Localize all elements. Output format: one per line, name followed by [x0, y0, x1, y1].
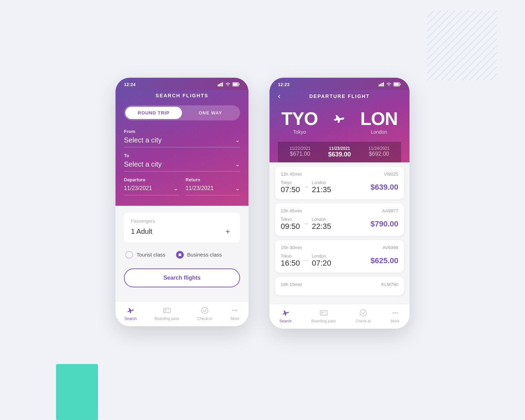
svg-point-14 — [232, 310, 234, 311]
return-value: 11/23/2021 — [186, 185, 214, 191]
plane-icon — [333, 113, 345, 126]
more-dots-icon-2 — [391, 308, 400, 317]
flight-card-bottom-0: Tokyo 07:50 → London 21:35 $639.00 — [281, 180, 398, 194]
departure-chevron-icon: ⌄ — [173, 184, 178, 192]
date-item-1[interactable]: 11/23/2021 $639.00 — [328, 146, 351, 158]
to-label: To — [124, 153, 240, 158]
svg-rect-11 — [164, 309, 167, 310]
destination-code: LON — [360, 108, 398, 129]
date-strip[interactable]: 11/22/2021 $671.00 11/23/2021 $639.00 11… — [278, 142, 401, 162]
nav-more-2[interactable]: More — [391, 308, 400, 323]
nav-boarding-1[interactable]: Boarding pass — [155, 306, 179, 321]
departure-select[interactable]: 11/23/2021 ⌄ — [124, 184, 178, 195]
nav-checkin-1[interactable]: Check-in — [197, 306, 212, 321]
nav-more-1[interactable]: More — [230, 306, 239, 321]
flight-card-3[interactable]: 18h 10min KLM790 — [275, 277, 404, 295]
to-select[interactable]: Select a city ⌄ — [124, 160, 240, 172]
from-time-1: 09:50 — [281, 222, 300, 231]
from-time-2: 16:50 — [281, 259, 300, 268]
nav-boarding-2[interactable]: Boarding pass — [311, 308, 336, 323]
flights-header: ‹ DEPARTURE FLIGHT TYO Tokyo LON London — [270, 90, 410, 162]
status-bar-1: 12:24 — [115, 78, 248, 90]
flight-card-1[interactable]: 13h 45min AA9877 Tokvo 09:50 → London 22… — [275, 203, 404, 236]
return-field: Return 11/23/2021 ⌄ — [186, 177, 240, 195]
to-city-1: London — [312, 217, 331, 222]
nav-boarding-label-2: Boarding pass — [311, 319, 336, 323]
flight-price-0: $639.00 — [370, 183, 398, 192]
destination: LON London — [360, 108, 398, 135]
to-field-group: To Select a city ⌄ — [124, 153, 240, 172]
boarding-pass-icon — [162, 306, 172, 315]
origin: TYO Tokyo — [281, 108, 318, 135]
svg-rect-26 — [321, 312, 323, 313]
add-passenger-button[interactable]: + — [223, 226, 233, 237]
origin-name: Tokyo — [281, 129, 318, 135]
departure-field: Departure 11/23/2021 ⌄ — [124, 177, 178, 195]
flight-card-bottom-2: Tokvo 16:50 → London 07:20 $625.00 — [281, 254, 398, 268]
to-value: Select a city — [124, 160, 162, 168]
return-select[interactable]: 11/23/2021 ⌄ — [186, 184, 240, 195]
from-select[interactable]: Select a city ⌄ — [124, 136, 240, 147]
date-row: Departure 11/23/2021 ⌄ Return 11/23/2021… — [124, 177, 240, 195]
flight-card-top-0: 13h 45min VI9025 — [281, 172, 398, 177]
to-time-2: 07:20 — [312, 259, 331, 268]
flight-card-top-2: 15h 30min AV6998 — [281, 245, 398, 250]
nav-checkin-label-2: Check-in — [356, 319, 371, 323]
tourist-class-option[interactable]: Tourist class — [125, 251, 166, 259]
price-2: $692.00 — [369, 151, 390, 157]
svg-rect-18 — [380, 84, 381, 86]
flight-duration-2: 15h 30min — [281, 245, 302, 250]
passengers-value: 1 Adult — [131, 227, 152, 236]
business-class-option[interactable]: Business class — [176, 251, 222, 259]
svg-point-29 — [392, 312, 394, 314]
svg-rect-20 — [383, 82, 384, 86]
flight-duration-0: 13h 45min — [281, 172, 302, 177]
flights-title: DEPARTURE FLIGHT — [309, 93, 370, 99]
one-way-button[interactable]: ONE WAY — [182, 107, 239, 119]
to-col-1: London 22:35 — [312, 217, 331, 231]
nav-search-2[interactable]: Search — [279, 308, 292, 323]
class-row: Tourist class Business class — [124, 251, 240, 259]
to-col-2: London 07:20 — [312, 254, 331, 268]
svg-rect-27 — [321, 313, 323, 314]
to-city-0: London — [312, 180, 331, 185]
nav-boarding-label-1: Boarding pass — [155, 316, 179, 321]
boarding-pass-icon-2 — [319, 308, 328, 317]
nav-checkin-label-1: Check-in — [197, 316, 212, 321]
bottom-nav-2: Search Boarding pass Check-in — [270, 304, 410, 329]
svg-rect-19 — [382, 83, 383, 86]
business-radio[interactable] — [176, 251, 184, 259]
flight-card-2[interactable]: 15h 30min AV6998 Tokvo 16:50 → London 07… — [275, 240, 404, 273]
date-item-2[interactable]: 11/24/2021 $692.00 — [369, 146, 390, 158]
return-chevron-icon: ⌄ — [235, 184, 240, 192]
passengers-label: Passengers — [131, 218, 233, 224]
flight-times-2: Tokvo 16:50 → London 07:20 — [281, 254, 331, 268]
date-2: 11/24/2021 — [369, 146, 390, 151]
trip-toggle[interactable]: ROUND TRIP ONE WAY — [124, 105, 240, 120]
flight-code-2: AV6998 — [383, 245, 398, 250]
svg-point-30 — [394, 312, 396, 314]
search-flights-button[interactable]: Search flights — [124, 268, 240, 287]
svg-rect-1 — [427, 10, 497, 80]
search-header: SEARCH FLIGHTS ROUND TRIP ONE WAY From S… — [115, 90, 248, 206]
flight-card-bottom-1: Tokvo 09:50 → London 22:35 $790.00 — [281, 217, 398, 231]
checkin-icon-2 — [359, 308, 368, 317]
tourist-radio[interactable] — [125, 251, 133, 259]
svg-rect-7 — [239, 84, 240, 85]
nav-checkin-2[interactable]: Check-in — [356, 308, 371, 323]
round-trip-button[interactable]: ROUND TRIP — [125, 107, 182, 119]
flight-code-3: KLM790 — [382, 282, 398, 287]
svg-rect-8 — [233, 83, 238, 86]
status-time-2: 12:23 — [278, 82, 289, 87]
svg-point-15 — [234, 310, 236, 311]
date-item-0[interactable]: 11/22/2021 $671.00 — [289, 146, 310, 158]
from-chevron-icon: ⌄ — [235, 136, 240, 144]
nav-search-1[interactable]: Search — [125, 306, 137, 321]
to-time-0: 21:35 — [312, 185, 331, 194]
back-button[interactable]: ‹ — [278, 92, 280, 101]
route-display: TYO Tokyo LON London — [278, 105, 401, 142]
flight-card-0[interactable]: 13h 45min VI9025 Tokyo 07:50 → London 21… — [275, 167, 404, 199]
from-city-0: Tokyo — [281, 180, 300, 185]
from-time-0: 07:50 — [281, 185, 300, 194]
svg-rect-22 — [400, 84, 401, 85]
